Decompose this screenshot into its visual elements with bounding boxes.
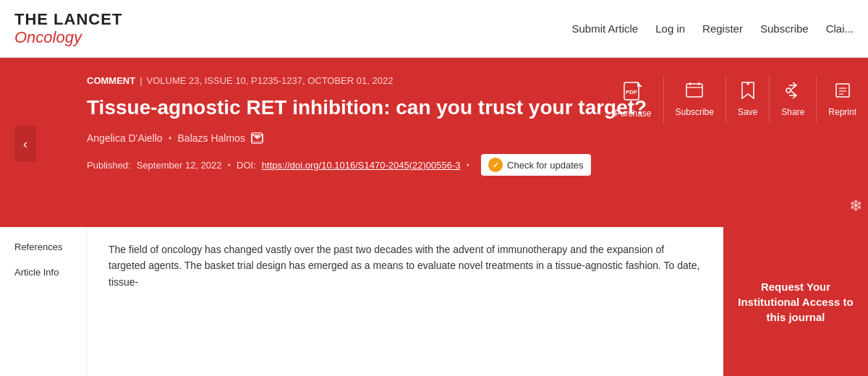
check-updates-icon: ✓ [488,158,503,172]
access-panel-text: Request Your Institutional Access to thi… [738,279,854,325]
share-toolbar-item[interactable]: Share [770,75,817,123]
subscribe-icon [685,81,704,104]
doi-dot: • [466,160,469,171]
share-icon [783,81,802,104]
check-updates-label: Check for updates [507,160,584,171]
author2: Balazs Halmos [178,132,245,144]
logo-the-lancet: THE LANCET [14,11,122,28]
main-content: The field of oncology has changed vastly… [87,227,723,376]
author1: Angelica D'Aiello [87,132,163,144]
submit-article-link[interactable]: Submit Article [572,22,639,35]
logo: THE LANCET Oncology [14,11,122,46]
meta-divider: | [140,75,142,86]
subscribe-label: Subscribe [676,107,714,117]
register-link[interactable]: Register [702,22,743,35]
accessibility-icon[interactable]: ❄ [849,197,862,215]
logo-oncology: Oncology [14,29,122,46]
subscribe-link[interactable]: Subscribe [760,22,809,35]
svg-rect-10 [836,84,849,97]
save-icon [739,81,757,104]
article-banner: ‹ COMMENT | VOLUME 23, ISSUE 10, P1235-1… [0,61,868,227]
reprint-icon [833,81,852,104]
share-label: Share [781,107,804,117]
save-toolbar-item[interactable]: Save [726,75,770,123]
published-label: Published: [87,160,131,171]
author-separator: • [169,132,172,144]
volume-info: VOLUME 23, ISSUE 10, P1235-1237, OCTOBER… [147,75,393,86]
svg-point-7 [786,88,791,93]
article-authors: Angelica D'Aiello • Balazs Halmos [87,132,846,144]
content-area: References Article Info The field of onc… [0,227,868,376]
access-panel[interactable]: Request Your Institutional Access to thi… [723,227,868,376]
pub-dot: • [228,160,231,171]
page-header: THE LANCET Oncology Submit Article Log i… [0,0,868,58]
check-updates-button[interactable]: ✓ Check for updates [481,154,591,176]
article-toolbar: PDF Purchase Subscribe [603,75,868,124]
header-nav: Submit Article Log in Register Subscribe… [572,22,854,35]
article-body-text: The field of oncology has changed vastly… [109,242,702,290]
reprint-label: Reprint [828,107,856,117]
collapse-arrow[interactable]: ‹ [14,126,36,162]
doi-label: DOI: [237,160,256,171]
purchase-icon: PDF [623,81,643,106]
svg-line-8 [791,86,795,90]
purchase-toolbar-item[interactable]: PDF Purchase [603,75,664,124]
svg-text:PDF: PDF [626,89,637,95]
login-link[interactable]: Log in [655,22,685,35]
email-icon[interactable] [251,132,263,144]
svg-line-9 [791,90,795,95]
purchase-label: Purchase [615,108,652,119]
claim-link[interactable]: Clai... [826,22,854,35]
doi-url[interactable]: https://doi.org/10.1016/S1470-2045(22)00… [262,160,461,171]
published-date: September 12, 2022 [137,160,222,171]
sidebar-item-references[interactable]: References [14,242,72,252]
reprint-toolbar-item[interactable]: Reprint [817,75,868,123]
svg-rect-3 [686,84,702,97]
section-label: COMMENT [87,75,135,86]
article-published: Published: September 12, 2022 • DOI: htt… [87,154,846,176]
sidebar-item-article-info[interactable]: Article Info [14,267,72,278]
save-label: Save [738,107,757,117]
sidebar: References Article Info [0,227,87,376]
subscribe-toolbar-item[interactable]: Subscribe [664,75,726,123]
